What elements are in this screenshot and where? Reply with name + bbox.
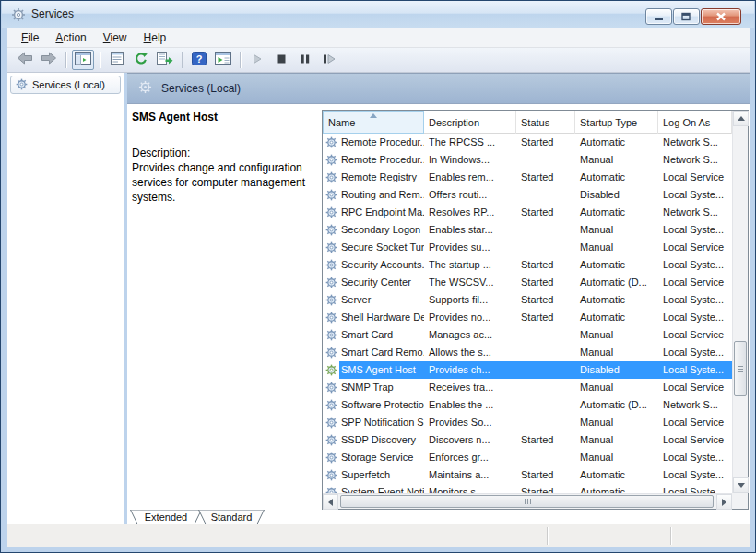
service-row[interactable]: RPC Endpoint Ma...Resolves RP...StartedA… bbox=[323, 204, 732, 221]
service-row[interactable]: Security Accounts...The startup ...Start… bbox=[323, 256, 732, 274]
service-gear-icon bbox=[323, 434, 339, 446]
cell-startup-type: Manual bbox=[575, 151, 658, 169]
service-row[interactable]: System Event Noti...Monitors s...Started… bbox=[323, 484, 732, 493]
restart-button[interactable] bbox=[318, 50, 340, 70]
vertical-scroll-thumb[interactable] bbox=[734, 341, 747, 396]
right-arrow-icon bbox=[722, 499, 726, 506]
cell-name: Security Center bbox=[339, 274, 424, 291]
cell-log-on-as: Local Syste... bbox=[658, 466, 732, 484]
service-row[interactable]: Routing and Rem...Offers routi...Disable… bbox=[323, 186, 732, 204]
extended-detail-pane: SMS Agent Host Description: Provides cha… bbox=[132, 111, 325, 205]
minimize-button[interactable] bbox=[645, 8, 672, 25]
cell-log-on-as: Local Syste... bbox=[658, 186, 732, 204]
column-header-description[interactable]: Description bbox=[424, 111, 516, 134]
column-header-log-on-as[interactable]: Log On As bbox=[658, 111, 732, 134]
column-header-startup-type[interactable]: Startup Type bbox=[575, 111, 658, 134]
cell-description: Provides So... bbox=[424, 414, 516, 431]
refresh-button[interactable] bbox=[130, 50, 152, 70]
cell-log-on-as: Local Service bbox=[658, 274, 732, 291]
menu-file[interactable]: File bbox=[13, 29, 47, 46]
service-row[interactable]: Software ProtectionEnables the ...Automa… bbox=[323, 396, 732, 414]
service-row[interactable]: SuperfetchMaintains a...StartedAutomatic… bbox=[323, 466, 732, 484]
service-row[interactable]: Secondary LogonEnables star...ManualLoca… bbox=[323, 221, 732, 239]
service-gear-icon bbox=[323, 294, 339, 306]
menu-view[interactable]: View bbox=[95, 29, 136, 46]
status-separator bbox=[547, 527, 548, 545]
cell-startup-type: Disabled bbox=[575, 361, 658, 379]
tree-item-services-local[interactable]: Services (Local) bbox=[10, 76, 121, 94]
menu-action[interactable]: Action bbox=[47, 29, 94, 46]
title-bar[interactable]: Services bbox=[2, 1, 754, 28]
cell-name: Shell Hardware De... bbox=[339, 309, 424, 326]
vertical-scrollbar[interactable] bbox=[732, 111, 748, 493]
cell-startup-type: Manual bbox=[575, 414, 658, 431]
forward-icon bbox=[41, 52, 57, 68]
column-header-name[interactable]: Name bbox=[323, 111, 424, 134]
horizontal-scrollbar[interactable] bbox=[323, 493, 732, 509]
cell-startup-type: Automatic (D... bbox=[575, 274, 658, 291]
cell-name: SSDP Discovery bbox=[339, 431, 424, 449]
help-button[interactable]: ? bbox=[188, 50, 210, 70]
cell-description: Provides su... bbox=[424, 239, 516, 256]
service-row[interactable]: Storage ServiceEnforces gr...ManualLocal… bbox=[323, 449, 732, 466]
service-row[interactable]: Secure Socket Tun...Provides su...Manual… bbox=[323, 239, 732, 256]
cell-description: Enables the ... bbox=[424, 396, 516, 414]
cell-log-on-as: Local Service bbox=[658, 431, 732, 449]
toolbar: ? bbox=[7, 48, 750, 73]
service-row[interactable]: Security CenterThe WSCSV...StartedAutoma… bbox=[323, 274, 732, 291]
service-row[interactable]: Remote Procedur...In Windows...ManualNet… bbox=[323, 151, 732, 169]
scroll-right-button[interactable] bbox=[716, 494, 732, 510]
close-button[interactable] bbox=[701, 8, 741, 25]
scroll-left-button[interactable] bbox=[323, 494, 338, 510]
cell-name: RPC Endpoint Ma... bbox=[339, 204, 424, 221]
cell-log-on-as: Network S... bbox=[658, 396, 732, 414]
back-button[interactable] bbox=[14, 50, 36, 70]
service-row[interactable]: Shell Hardware De...Provides no...Starte… bbox=[323, 309, 732, 326]
service-row[interactable]: Remote RegistryEnables rem...StartedAuto… bbox=[323, 169, 732, 186]
console-tree-button[interactable] bbox=[72, 50, 94, 70]
pause-button[interactable] bbox=[294, 50, 316, 70]
cell-description: In Windows... bbox=[424, 151, 516, 169]
service-row[interactable]: Smart CardManages ac...ManualLocal Servi… bbox=[323, 326, 732, 344]
service-row[interactable]: Smart Card Remo...Allows the s...ManualL… bbox=[323, 344, 732, 361]
service-gear-icon bbox=[323, 329, 339, 341]
scroll-down-button[interactable] bbox=[733, 477, 749, 493]
column-label: Name bbox=[328, 117, 355, 128]
cell-description: Monitors s... bbox=[424, 484, 516, 493]
service-gear-icon bbox=[323, 382, 339, 394]
extended-view-button[interactable] bbox=[212, 50, 234, 70]
export-list-button[interactable] bbox=[154, 50, 176, 70]
cell-description: Provides no... bbox=[424, 309, 516, 326]
cell-name: Security Accounts... bbox=[339, 256, 424, 274]
service-row[interactable]: SMS Agent HostProvides ch...DisabledLoca… bbox=[323, 361, 732, 379]
service-row[interactable]: SPP Notification S...Provides So...Manua… bbox=[323, 414, 732, 431]
cell-name: Server bbox=[339, 291, 424, 309]
up-arrow-icon bbox=[738, 116, 745, 121]
console-tree-panel: Services (Local) bbox=[7, 73, 124, 524]
description-label: Description: bbox=[132, 146, 325, 160]
cell-status bbox=[516, 326, 575, 344]
service-row[interactable]: SNMP TrapReceives tra...ManualLocal Serv… bbox=[323, 379, 732, 396]
start-button[interactable] bbox=[246, 50, 268, 70]
cell-status bbox=[516, 361, 575, 379]
horizontal-scroll-thumb[interactable] bbox=[340, 495, 714, 508]
cell-log-on-as: Local Service bbox=[658, 379, 732, 396]
column-header-status[interactable]: Status bbox=[516, 111, 575, 134]
forward-button[interactable] bbox=[38, 50, 60, 70]
cell-description: The RPCSS ... bbox=[424, 134, 516, 151]
properties-button[interactable] bbox=[106, 50, 128, 70]
service-gear-icon bbox=[323, 276, 339, 288]
back-icon bbox=[17, 52, 33, 68]
tree-item-label: Services (Local) bbox=[32, 79, 105, 90]
restore-button[interactable] bbox=[673, 8, 700, 25]
cell-status: Started bbox=[516, 204, 575, 221]
service-row[interactable]: Remote Procedur...The RPCSS ...StartedAu… bbox=[323, 134, 732, 151]
cell-log-on-as: Local Syste... bbox=[658, 309, 732, 326]
service-row[interactable]: SSDP DiscoveryDiscovers n...StartedManua… bbox=[323, 431, 732, 449]
stop-button[interactable] bbox=[270, 50, 292, 70]
menu-help[interactable]: Help bbox=[136, 29, 175, 46]
cell-startup-type: Automatic bbox=[575, 134, 658, 151]
scroll-up-button[interactable] bbox=[733, 111, 749, 126]
service-row[interactable]: ServerSupports fil...StartedAutomaticLoc… bbox=[323, 291, 732, 309]
cell-status: Started bbox=[516, 484, 575, 493]
